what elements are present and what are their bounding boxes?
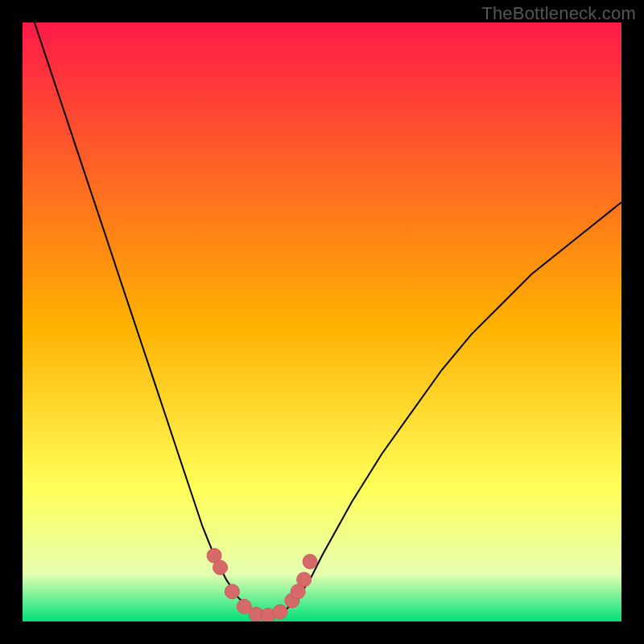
marker-point [303,555,317,569]
bottleneck-chart [23,23,621,621]
gradient-background [23,23,621,621]
plot-area [23,23,621,621]
watermark-text: TheBottleneck.com [481,3,636,24]
marker-point [273,605,287,619]
marker-point [213,560,228,575]
marker-point [297,572,312,587]
chart-container: TheBottleneck.com [0,0,644,644]
marker-point [225,584,239,599]
